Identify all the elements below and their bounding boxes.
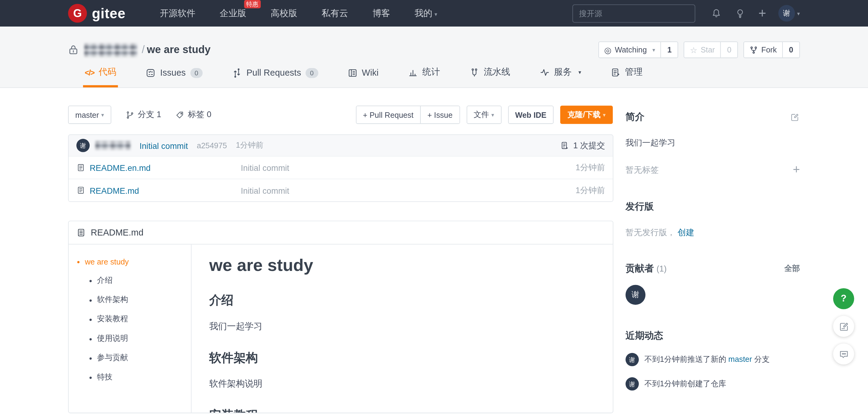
activity-avatar[interactable]: 谢 — [626, 353, 639, 367]
bullet-icon: • — [89, 296, 92, 304]
tab-statistics[interactable]: 统计 — [406, 67, 441, 88]
lightbulb-icon[interactable] — [735, 8, 746, 19]
new-issue-button[interactable]: + Issue — [420, 106, 459, 123]
feedback-edit-button[interactable] — [833, 316, 854, 337]
user-menu[interactable]: 谢 ▾ — [778, 5, 800, 21]
star-button[interactable]: ☆ Star 0 — [684, 41, 738, 58]
toc-link[interactable]: •特技 — [77, 372, 185, 382]
nav-item-mine[interactable]: 我的▾ — [414, 7, 437, 19]
about-description: 我们一起学习 — [626, 138, 800, 148]
watching-count[interactable]: 1 — [661, 42, 678, 58]
activity-item: 谢 不到1分钟前推送了新的 master 分支 — [626, 353, 800, 367]
bullet-icon: • — [89, 315, 92, 323]
fork-button[interactable]: Fork 0 — [743, 41, 800, 58]
nav-item-opensource[interactable]: 开源软件 — [160, 7, 195, 19]
branch-icon — [125, 110, 134, 119]
tab-issues[interactable]: Issues 0 — [144, 68, 205, 87]
gitee-logo[interactable]: G gitee — [68, 4, 125, 23]
comments-button[interactable] — [833, 344, 854, 365]
code-icon: </> — [85, 68, 94, 77]
tab-manage[interactable]: 管理 — [609, 67, 644, 88]
repo-main-column: master ▾ 分支 1 标签 0 — [68, 88, 613, 413]
activity-avatar[interactable]: 谢 — [626, 377, 639, 391]
gitee-logo-icon: G — [68, 4, 87, 23]
nav-item-education[interactable]: 高校版 — [271, 7, 297, 19]
contributors-all-link[interactable]: 全部 — [784, 264, 800, 274]
bullet-icon: • — [77, 257, 80, 266]
file-commit-message[interactable]: Initial commit — [241, 185, 576, 195]
bullet-icon: • — [89, 354, 92, 362]
file-commit-message[interactable]: Initial commit — [241, 163, 576, 172]
services-pulse-icon — [539, 67, 550, 77]
web-ide-button[interactable]: Web IDE — [508, 106, 554, 124]
feedback-edit-icon — [838, 321, 849, 332]
clone-download-button[interactable]: 克隆/下载 ▾ — [560, 106, 613, 124]
tab-wiki[interactable]: Wiki — [346, 68, 380, 87]
create-release-link[interactable]: 创建 — [678, 227, 694, 237]
file-row: README.en.md Initial commit 1分钟前 — [69, 156, 613, 178]
commits-count-link[interactable]: 1 次提交 — [561, 140, 605, 151]
gitee-logo-text: gitee — [92, 5, 125, 21]
caret-down-icon: ▾ — [491, 112, 494, 118]
pr-issue-button-group: + Pull Request + Issue — [356, 106, 460, 124]
repo-owner-link-blurred[interactable] — [84, 43, 137, 57]
star-icon: ☆ — [690, 46, 697, 54]
new-pull-request-button[interactable]: + Pull Request — [356, 106, 420, 123]
toc-link[interactable]: •介绍 — [77, 275, 185, 285]
pipeline-icon — [469, 67, 479, 77]
tags-link[interactable]: 标签 0 — [176, 109, 211, 120]
user-avatar[interactable]: 谢 — [778, 5, 795, 21]
manage-icon — [611, 67, 621, 77]
edit-about-icon[interactable] — [790, 112, 800, 122]
pull-requests-count-badge: 0 — [306, 68, 318, 78]
star-count[interactable]: 0 — [720, 42, 738, 58]
committer-avatar[interactable]: 谢 — [76, 139, 90, 152]
toc-link[interactable]: •使用说明 — [77, 334, 185, 344]
nav-item-private-cloud[interactable]: 私有云 — [321, 7, 348, 19]
comments-bubble-icon — [838, 349, 849, 359]
create-plus-icon[interactable]: + — [758, 7, 766, 20]
branch-selector[interactable]: master ▾ — [68, 106, 111, 124]
branch-link[interactable]: master — [728, 354, 752, 364]
commit-message-link[interactable]: Initial commit — [140, 141, 188, 150]
issues-count-badge: 0 — [190, 68, 203, 78]
toc-link[interactable]: •we are study — [77, 257, 185, 266]
tab-services[interactable]: 服务 ▾ — [538, 67, 583, 88]
watching-button[interactable]: ◎ Watching ▾ 1 — [598, 41, 678, 58]
caret-down-icon: ▾ — [652, 47, 655, 53]
file-icon — [76, 163, 85, 172]
readme-title: we are study — [209, 256, 595, 275]
fork-count[interactable]: 0 — [782, 42, 799, 58]
committer-name-blurred[interactable] — [95, 141, 131, 150]
file-menu-button[interactable]: 文件 ▾ — [466, 106, 501, 124]
toc-link[interactable]: •安装教程 — [77, 314, 185, 324]
tab-pull-requests[interactable]: Pull Requests 0 — [230, 68, 320, 87]
gitee-repo-page: G gitee 开源软件 企业版 特惠 高校版 私有云 博客 我的▾ — [0, 0, 868, 414]
search-input[interactable] — [572, 4, 695, 23]
no-tags-text: 暂无标签 — [626, 165, 659, 175]
readme-section-heading: 安装教程 — [209, 407, 595, 413]
nav-item-blog[interactable]: 博客 — [372, 7, 390, 19]
readme-file-icon — [76, 228, 86, 237]
tab-pipelines[interactable]: 流水线 — [468, 67, 512, 88]
file-link[interactable]: README.en.md — [90, 163, 151, 172]
releases-section-header: 发行版 — [626, 200, 800, 213]
about-section-header: 简介 — [626, 111, 800, 124]
issues-icon — [146, 68, 156, 78]
nav-item-enterprise[interactable]: 企业版 特惠 — [220, 7, 246, 19]
tab-code[interactable]: </> 代码 — [83, 67, 118, 88]
caret-down-icon: ▾ — [797, 10, 800, 16]
file-link[interactable]: README.md — [90, 185, 139, 195]
branches-link[interactable]: 分支 1 — [125, 109, 161, 120]
notifications-bell-icon[interactable] — [711, 8, 722, 19]
contributors-count: (1) — [656, 264, 666, 273]
contributor-avatar[interactable]: 谢 — [626, 285, 645, 305]
contributors-section-header: 贡献者 (1) 全部 — [626, 262, 800, 275]
file-icon — [76, 186, 85, 195]
promo-badge: 特惠 — [244, 0, 260, 8]
top-navbar: G gitee 开源软件 企业版 特惠 高校版 私有云 博客 我的▾ — [0, 0, 868, 27]
help-button[interactable]: ? — [833, 288, 854, 309]
toc-link[interactable]: •软件架构 — [77, 295, 185, 305]
add-tag-plus-icon[interactable]: + — [793, 164, 800, 176]
toc-link[interactable]: •参与贡献 — [77, 353, 185, 363]
